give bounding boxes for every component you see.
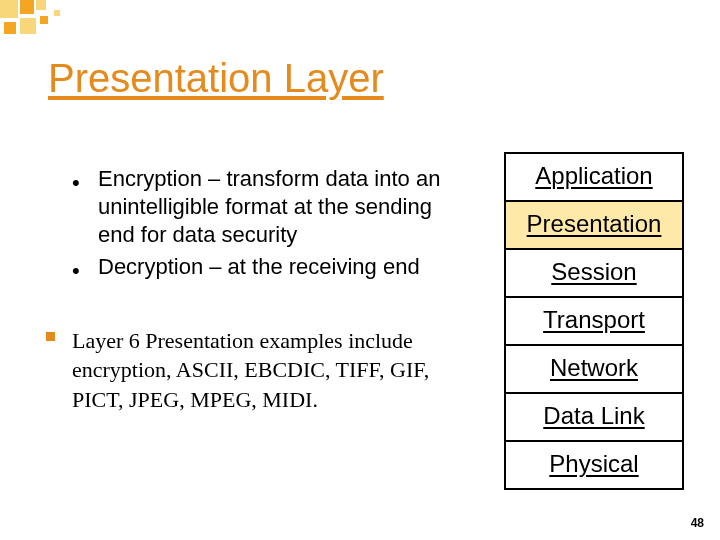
- bullet-dot-icon: •: [72, 253, 98, 285]
- osi-layer-session: Session: [505, 249, 683, 297]
- svg-rect-1: [20, 0, 34, 14]
- examples-paragraph: Layer 6 Presentation examples include en…: [46, 326, 462, 415]
- examples-text: Layer 6 Presentation examples include en…: [72, 326, 462, 415]
- svg-rect-6: [54, 10, 60, 16]
- square-bullet-icon: [46, 326, 72, 342]
- osi-layer-physical: Physical: [505, 441, 683, 489]
- bullet-text: Encryption – transform data into an unin…: [98, 165, 462, 249]
- osi-layer-transport: Transport: [505, 297, 683, 345]
- bullet-item: • Decryption – at the receiving end: [72, 253, 462, 285]
- osi-layer-presentation: Presentation: [505, 201, 683, 249]
- bullet-item: • Encryption – transform data into an un…: [72, 165, 462, 249]
- svg-rect-3: [4, 22, 16, 34]
- slide-title: Presentation Layer: [48, 56, 384, 101]
- svg-rect-2: [36, 0, 46, 10]
- osi-layer-application: Application: [505, 153, 683, 201]
- body-content: • Encryption – transform data into an un…: [72, 165, 462, 415]
- osi-layer-network: Network: [505, 345, 683, 393]
- svg-rect-0: [0, 0, 18, 18]
- bullet-dot-icon: •: [72, 165, 98, 197]
- svg-rect-4: [20, 18, 36, 34]
- svg-rect-7: [46, 332, 55, 341]
- svg-rect-5: [40, 16, 48, 24]
- page-number: 48: [691, 516, 704, 530]
- osi-layer-datalink: Data Link: [505, 393, 683, 441]
- osi-layer-stack: Application Presentation Session Transpo…: [504, 152, 684, 490]
- bullet-text: Decryption – at the receiving end: [98, 253, 462, 281]
- corner-decoration: [0, 0, 150, 40]
